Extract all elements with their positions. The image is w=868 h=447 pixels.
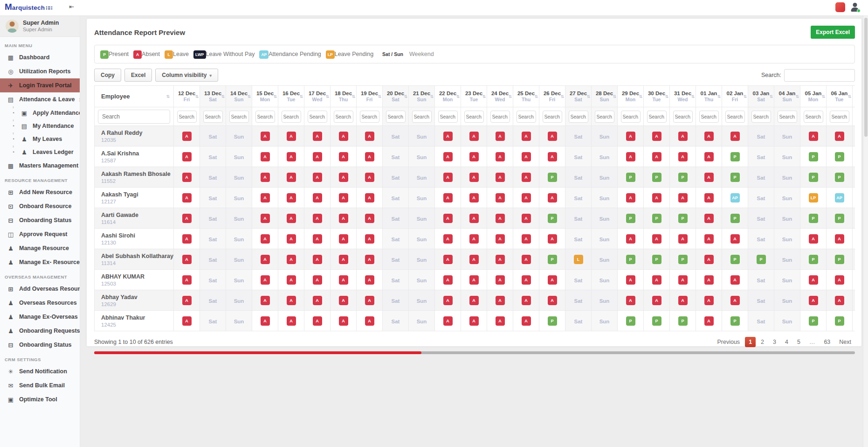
excel-button[interactable]: Excel [124, 69, 152, 82]
user-menu-icon[interactable] [850, 2, 860, 12]
export-excel-button[interactable]: Export Excel [811, 26, 855, 39]
date-column-header[interactable]: 12 DecFri⇅ [174, 86, 200, 107]
column-filter-input[interactable] [647, 111, 667, 123]
column-filter-input[interactable] [778, 111, 797, 123]
date-column-header[interactable]: 30 DecTue⇅ [644, 86, 670, 107]
column-filter-input[interactable] [203, 111, 223, 123]
date-column-header[interactable]: 21 DecSun⇅ [409, 86, 435, 107]
pagination-page-3[interactable]: 3 [769, 337, 780, 347]
pagination-page-63[interactable]: 63 [820, 337, 834, 347]
column-filter-input[interactable] [438, 111, 458, 123]
column-filter-input[interactable] [490, 111, 510, 123]
sidebar-item-my-leaves[interactable]: •♟My Leaves [0, 133, 80, 146]
date-column-header[interactable]: 05 JanMon⇅ [800, 86, 827, 107]
sidebar-item-manage-resource[interactable]: ♟Manage Resource [0, 241, 80, 255]
date-column-header[interactable]: 07 JanWed⇅ [853, 86, 855, 107]
sidebar-item-my-attendance[interactable]: •▤My Attendance [0, 119, 80, 133]
copy-button[interactable]: Copy [94, 69, 121, 82]
column-filter-input[interactable] [621, 111, 641, 123]
sidebar-item-onboarding-status[interactable]: ⊟Onboarding Status [0, 338, 80, 352]
column-filter-input[interactable] [177, 111, 197, 123]
sidebar-item-masters-management[interactable]: ▩Masters Management› [0, 159, 80, 173]
sidebar-item-onboarding-status[interactable]: ⊟Onboarding Status [0, 213, 80, 227]
date-column-header[interactable]: 22 DecMon⇅ [435, 86, 461, 107]
column-filter-input[interactable] [830, 111, 849, 123]
pagination-next[interactable]: Next [835, 337, 855, 347]
profile-block[interactable]: Super Admin Super Admin [0, 15, 80, 37]
date-column-header[interactable]: 14 DecSun⇅ [226, 86, 252, 107]
date-column-header[interactable]: 16 DecTue⇅ [278, 86, 304, 107]
column-filter-input[interactable] [360, 111, 379, 123]
column-filter-input[interactable] [804, 111, 823, 123]
horizontal-scrollbar[interactable] [94, 351, 855, 354]
column-filter-input[interactable] [255, 111, 275, 123]
date-column-header[interactable]: 31 DecWed⇅ [670, 86, 696, 107]
sidebar-item-login-travel-portal[interactable]: ✈Login Travel Portal [0, 78, 80, 92]
column-filter-input[interactable] [282, 111, 301, 123]
date-column-header[interactable]: 27 DecSat⇅ [565, 86, 592, 107]
date-column-header[interactable]: 01 JanThu⇅ [696, 86, 722, 107]
column-filter-input[interactable] [334, 111, 353, 123]
sidebar-item-send-bulk-email[interactable]: ✉Send Bulk Email [0, 378, 80, 392]
date-column-header[interactable]: 26 DecFri⇅ [539, 86, 565, 107]
pagination-page-2[interactable]: 2 [757, 337, 768, 347]
table-wrapper[interactable]: Employee⇅12 DecFri⇅13 DecSat⇅14 DecSun⇅1… [94, 85, 855, 331]
vertical-scrollbar[interactable] [863, 15, 868, 447]
date-column-header[interactable]: 28 DecSun⇅ [592, 86, 618, 107]
sidebar-item-approve-request[interactable]: ◫Approve Request [0, 227, 80, 241]
employee-filter-input[interactable] [98, 110, 170, 124]
sidebar-item-add-overseas-resource[interactable]: ⊞Add Overseas Resource [0, 282, 80, 296]
sidebar-item-optimize-tool[interactable]: ▣Optimize Tool [0, 392, 80, 406]
sidebar-item-attendance-leave[interactable]: ▤Attendance & Leave› [0, 92, 80, 106]
date-column-header[interactable]: 04 JanSun⇅ [774, 86, 800, 107]
date-column-header[interactable]: 25 DecThu⇅ [513, 86, 539, 107]
column-filter-input[interactable] [464, 111, 484, 123]
sidebar-item-leaves-ledger[interactable]: •♟Leaves Ledger [0, 146, 80, 159]
column-filter-input[interactable] [699, 111, 719, 123]
column-filter-input[interactable] [543, 111, 562, 123]
notification-icon[interactable] [835, 2, 845, 12]
table-search-input[interactable] [784, 69, 855, 82]
horizontal-scrollbar-thumb[interactable] [94, 351, 421, 354]
column-filter-input[interactable] [386, 111, 406, 123]
pagination-page-5[interactable]: 5 [793, 337, 804, 347]
column-filter-input[interactable] [517, 111, 536, 123]
column-filter-input[interactable] [725, 111, 745, 123]
date-column-header[interactable]: 15 DecMon⇅ [252, 86, 278, 107]
date-column-header[interactable]: 17 DecWed⇅ [304, 86, 331, 107]
pagination-page-1[interactable]: 1 [745, 337, 756, 347]
date-column-header[interactable]: 24 DecWed⇅ [487, 86, 513, 107]
sidebar-item-overseas-resources[interactable]: ♟Overseas Resources [0, 296, 80, 310]
sidebar-collapse-icon[interactable]: ⇤ [69, 3, 74, 10]
column-visibility-button[interactable]: Column visibility▾ [155, 69, 218, 82]
column-filter-input[interactable] [751, 111, 771, 123]
date-column-header[interactable]: 18 DecThu⇅ [331, 86, 357, 107]
sidebar-item-dashboard[interactable]: ▦Dashboard [0, 50, 80, 64]
column-filter-input[interactable] [308, 111, 327, 123]
sidebar-item-apply-attendance-leave[interactable]: •▣Apply Attendance / Leave [0, 106, 80, 119]
date-column-header[interactable]: 06 JanTue⇅ [827, 86, 853, 107]
column-filter-input[interactable] [673, 111, 693, 123]
vertical-scrollbar-thumb[interactable] [864, 18, 868, 137]
column-filter-input[interactable] [595, 111, 614, 123]
date-column-header[interactable]: 13 DecSat⇅ [200, 86, 226, 107]
column-filter-input[interactable] [569, 111, 588, 123]
pagination-previous[interactable]: Previous [713, 337, 744, 347]
date-column-header[interactable]: 03 JanSat⇅ [748, 86, 774, 107]
column-filter-input[interactable] [412, 111, 432, 123]
date-column-header[interactable]: 20 DecSat⇅ [383, 86, 409, 107]
date-column-header[interactable]: 02 JanFri⇅ [722, 86, 748, 107]
date-column-header[interactable]: 29 DecMon⇅ [618, 86, 644, 107]
column-filter-input[interactable] [229, 111, 249, 123]
sidebar-item-manage-ex-resource[interactable]: ♟Manage Ex- Resource [0, 255, 80, 269]
sidebar-item-add-new-resource[interactable]: ⊞Add New Resource [0, 185, 80, 199]
date-column-header[interactable]: 19 DecFri⇅ [357, 86, 383, 107]
sidebar-item-utilization-reports[interactable]: ◎Utilization Reports [0, 64, 80, 78]
sidebar-item-onboard-resource[interactable]: ⊡Onboard Resource [0, 199, 80, 213]
sidebar-item-onboarding-requests[interactable]: ♟Onboarding Requests [0, 324, 80, 338]
employee-column-header[interactable]: Employee⇅ [95, 86, 174, 107]
date-column-header[interactable]: 23 DecTue⇅ [461, 86, 487, 107]
sidebar-item-manage-ex-overseas[interactable]: ♟Manage Ex-Overseas [0, 310, 80, 324]
pagination-page-4[interactable]: 4 [781, 337, 792, 347]
sidebar-item-send-notification[interactable]: ✳Send Notification [0, 364, 80, 378]
